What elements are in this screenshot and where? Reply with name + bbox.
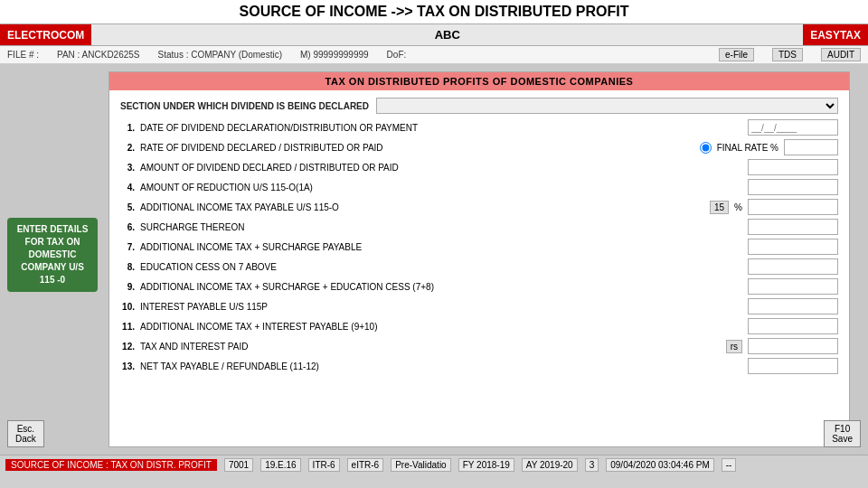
status-item-8: 3 (585, 458, 599, 472)
file-label: FILE # : (7, 50, 39, 60)
status-item-9: 09/04/2020 03:04:46 PM (606, 458, 714, 472)
row-10-input[interactable] (748, 298, 838, 314)
efile-button[interactable]: e-File (719, 48, 754, 61)
status-left-label: SOURCE OF INCOME : TAX ON DISTR. PROFIT (5, 459, 217, 471)
tooltip-box: ENTER DETAILS FOR TAX ON DOMESTIC COMPAN… (7, 218, 98, 292)
brand-left: ELECTROCOM (0, 24, 91, 45)
mobile-label: M) 99999999999 (300, 50, 369, 60)
row-4-num: 4. (120, 183, 135, 192)
row-7: 7. ADDITIONAL INCOME TAX + SURCHARGE PAY… (120, 239, 838, 255)
status-item-1: 7001 (224, 458, 253, 472)
row-11-input[interactable] (748, 318, 838, 334)
row-1-desc: DATE OF DIVIDEND DECLARATION/DISTRIBUTIO… (140, 123, 742, 133)
row-7-input[interactable] (748, 239, 838, 255)
status-item-5: Pre-Validatio (391, 458, 451, 472)
form-header: TAX ON DISTRIBUTED PROFITS OF DOMESTIC C… (109, 72, 849, 90)
row-5-input[interactable] (748, 199, 838, 215)
rate-input[interactable] (784, 139, 838, 155)
status-item-6: FY 2018-19 (458, 458, 514, 472)
row-9: 9. ADDITIONAL INCOME TAX + SURCHARGE + E… (120, 278, 838, 295)
status-item-3: ITR-6 (308, 458, 340, 472)
row-9-desc: ADDITIONAL INCOME TAX + SURCHARGE + EDUC… (140, 282, 742, 292)
row-8-desc: EDUCATION CESS ON 7 ABOVE (140, 262, 742, 272)
row-4-desc: AMOUNT OF REDUCTION U/S 115-O(1A) (140, 183, 742, 192)
row-13-input[interactable] (748, 358, 838, 374)
row-5-num: 5. (120, 202, 135, 212)
status-item-4: eITR-6 (347, 458, 384, 472)
row-3-input[interactable] (748, 159, 838, 175)
row-3-desc: AMOUNT OF DIVIDEND DECLARED / DISTRIBUTE… (140, 163, 742, 173)
row-6: 6. SURCHARGE THEREON (120, 219, 838, 235)
row-10: 10. INTEREST PAYABLE U/S 115P (120, 298, 838, 314)
brand-center: ABC (91, 28, 803, 42)
pct-badge: 15 (710, 201, 729, 214)
row-3-num: 3. (120, 163, 135, 173)
row-11-num: 11. (120, 322, 135, 332)
row-5: 5. ADDITIONAL INCOME TAX PAYABLE U/S 115… (120, 199, 838, 215)
f10-save-button[interactable]: F10Save (824, 420, 861, 447)
form-panel: TAX ON DISTRIBUTED PROFITS OF DOMESTIC C… (108, 71, 850, 447)
status-bar: SOURCE OF INCOME : TAX ON DISTR. PROFIT … (0, 455, 868, 474)
row-1: 1. DATE OF DIVIDEND DECLARATION/DISTRIBU… (120, 119, 838, 136)
row-10-desc: INTEREST PAYABLE U/S 115P (140, 302, 742, 312)
date-input[interactable] (748, 119, 838, 136)
row-5-desc: ADDITIONAL INCOME TAX PAYABLE U/S 115-O (140, 202, 704, 212)
esc-back-button[interactable]: Esc.Dack (7, 420, 44, 447)
row-1-num: 1. (120, 123, 135, 133)
row-12-desc: TAX AND INTEREST PAID (140, 342, 721, 352)
row-2: 2. RATE OF DIVIDEND DECLARED / DISTRIBUT… (120, 139, 838, 155)
pan-label: PAN : ANCKD2625S (57, 50, 140, 60)
top-nav: ELECTROCOM ABC EASYTAX (0, 24, 868, 46)
row-13: 13. NET TAX PAYABLE / REFUNDABLE (11-12) (120, 358, 838, 374)
row-11: 11. ADDITIONAL INCOME TAX + INTEREST PAY… (120, 318, 838, 334)
section-label: SECTION UNDER WHICH DIVIDEND IS BEING DE… (120, 101, 369, 111)
row-9-num: 9. (120, 282, 135, 292)
row-6-input[interactable] (748, 219, 838, 235)
row-11-desc: ADDITIONAL INCOME TAX + INTEREST PAYABLE… (140, 322, 742, 332)
row-7-num: 7. (120, 242, 135, 252)
audit-button[interactable]: AUDIT (821, 48, 861, 61)
row-9-input[interactable] (748, 278, 838, 295)
row-13-num: 13. (120, 361, 135, 371)
status-item-2: 19.E.16 (260, 458, 300, 472)
row-2-desc: RATE OF DIVIDEND DECLARED / DISTRIBUTED … (140, 143, 694, 153)
status-label: Status : COMPANY (Domestic) (158, 50, 282, 60)
row-6-desc: SURCHARGE THEREON (140, 222, 742, 232)
dof-label: DoF: (387, 50, 407, 60)
pct-symbol: % (734, 202, 742, 212)
row-10-num: 10. (120, 302, 135, 312)
row-12: 12. TAX AND INTEREST PAID rs (120, 338, 838, 354)
final-rate-radio[interactable] (700, 142, 712, 154)
row-12-num: 12. (120, 342, 135, 352)
status-item-10: -- (722, 458, 737, 472)
row-12-input[interactable] (748, 338, 838, 354)
row-8-num: 8. (120, 262, 135, 272)
rate-radio-group: FINAL RATE % (700, 142, 778, 154)
row-4: 4. AMOUNT OF REDUCTION U/S 115-O(1A) (120, 179, 838, 195)
section-select[interactable] (376, 98, 838, 114)
form-body: SECTION UNDER WHICH DIVIDEND IS BEING DE… (109, 90, 849, 385)
row-4-input[interactable] (748, 179, 838, 195)
row-13-desc: NET TAX PAYABLE / REFUNDABLE (11-12) (140, 361, 742, 371)
row-8: 8. EDUCATION CESS ON 7 ABOVE (120, 258, 838, 275)
final-rate-label: FINAL RATE % (717, 143, 778, 153)
row-6-num: 6. (120, 222, 135, 232)
status-item-7: AY 2019-20 (522, 458, 578, 472)
row-7-desc: ADDITIONAL INCOME TAX + SURCHARGE PAYABL… (140, 242, 742, 252)
rs-badge: rs (726, 340, 742, 353)
row-2-num: 2. (120, 143, 135, 153)
page-title: SOURCE OF INCOME ->> TAX ON DISTRIBUTED … (0, 0, 868, 24)
file-info-bar: FILE # : PAN : ANCKD2625S Status : COMPA… (0, 46, 868, 64)
row-8-input[interactable] (748, 258, 838, 275)
main-content: ENTER DETAILS FOR TAX ON DOMESTIC COMPAN… (0, 64, 868, 455)
brand-right: EASYTAX (803, 24, 868, 45)
tds-button[interactable]: TDS (772, 48, 803, 61)
section-row: SECTION UNDER WHICH DIVIDEND IS BEING DE… (120, 98, 838, 114)
row-3: 3. AMOUNT OF DIVIDEND DECLARED / DISTRIB… (120, 159, 838, 175)
